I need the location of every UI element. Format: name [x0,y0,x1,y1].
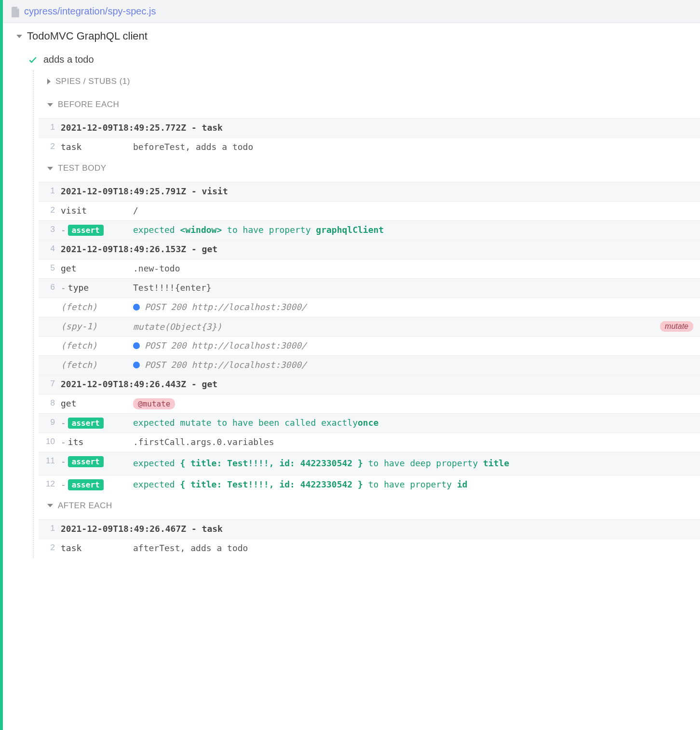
section-label: TEST BODY [58,163,107,173]
command-message: 2021-12-09T18:49:26.443Z - get [61,379,693,389]
command-message: POST 200 http://localhost:3000/ [133,340,693,351]
spec-file-path: cypress/integration/spy-spec.js [24,6,156,17]
command-message: Test!!!!{enter} [133,283,693,293]
command-name: -assert [61,456,133,467]
command-number: 1 [40,524,61,533]
command-name: (fetch) [61,340,133,351]
caret-down-icon [16,35,22,38]
assert-pill: assert [68,479,104,490]
command-message: 2021-12-09T18:49:26.467Z - task [61,524,693,534]
section-spies[interactable]: SPIES / STUBS (1) [39,70,700,93]
check-icon [28,55,38,65]
command-row[interactable]: 11 -assert expected { title: Test!!!!, i… [39,452,700,475]
command-message: .firstCall.args.0.variables [133,437,693,447]
caret-down-icon [47,504,53,507]
command-row[interactable]: 10 -its .firstCall.args.0.variables [39,433,700,452]
section-after-each[interactable]: AFTER EACH [39,494,700,517]
section-label: AFTER EACH [58,501,112,511]
command-number: 9 [40,418,61,427]
command-message: expected { title: Test!!!!, id: 44223305… [133,479,693,489]
command-row[interactable]: 12 -assert expected { title: Test!!!!, i… [39,475,700,494]
caret-right-icon [47,79,51,84]
alias-pill: @mutate [133,398,175,409]
command-row[interactable]: 9 -assert expected mutate to have been c… [39,413,700,433]
section-test-body[interactable]: TEST BODY [39,157,700,180]
command-row[interactable]: 8 get @mutate [39,394,700,413]
command-row[interactable]: 1 2021-12-09T18:49:25.772Z - task [39,118,700,137]
command-number: 7 [40,379,61,389]
command-name: get [61,398,133,408]
command-number: 2 [40,205,61,215]
spec-file-header[interactable]: cypress/integration/spy-spec.js [3,0,700,23]
command-row[interactable]: 4 2021-12-09T18:49:26.153Z - get [39,240,700,259]
command-row[interactable]: 1 2021-12-09T18:49:26.467Z - task [39,519,700,539]
command-row[interactable]: · (fetch) POST 200 http://localhost:3000… [39,297,700,317]
assert-pill: assert [68,456,104,467]
status-dot-icon [133,304,140,311]
command-row[interactable]: · (spy-1) mutate(Object{3}) mutate [39,317,700,336]
command-message: 2021-12-09T18:49:26.153Z - get [61,244,693,254]
command-number: 3 [40,225,61,234]
command-number: 2 [40,543,61,553]
file-icon [12,7,20,16]
section-label: BEFORE EACH [58,100,119,109]
command-name: -assert [61,225,133,236]
command-message: .new-todo [133,263,693,273]
mutate-tag: mutate [660,321,693,332]
command-number: 1 [40,186,61,196]
status-dot-icon [133,362,140,368]
caret-down-icon [47,167,53,170]
section-before-each[interactable]: BEFORE EACH [39,93,700,116]
assert-pill: assert [68,225,104,236]
command-row[interactable]: 2 task beforeTest, adds a todo [39,137,700,157]
command-message: beforeTest, adds a todo [133,142,693,152]
command-row[interactable]: 2 task afterTest, adds a todo [39,539,700,558]
command-message: 2021-12-09T18:49:25.791Z - visit [61,186,693,196]
command-message: expected { title: Test!!!!, id: 44223305… [133,456,693,471]
command-row[interactable]: · (fetch) POST 200 http://localhost:3000… [39,336,700,355]
command-message: mutate(Object{3}) mutate [133,321,693,332]
suite-row[interactable]: TodoMVC GraphQL client [3,23,700,49]
command-number: 4 [40,244,61,254]
command-row[interactable]: 7 2021-12-09T18:49:26.443Z - get [39,375,700,394]
command-name: -assert [61,479,133,490]
test-title: adds a todo [43,54,94,65]
command-row[interactable]: 1 2021-12-09T18:49:25.791Z - visit [39,182,700,201]
command-name: get [61,263,133,273]
command-message: POST 200 http://localhost:3000/ [133,302,693,312]
command-row[interactable]: 6 -type Test!!!!{enter} [39,278,700,297]
command-message: afterTest, adds a todo [133,543,693,553]
section-label: SPIES / STUBS (1) [55,77,130,86]
command-name: (fetch) [61,360,133,370]
assert-pill: assert [68,418,104,429]
command-name: task [61,543,133,553]
command-message: expected mutate to have been called exac… [133,418,693,428]
command-number: 12 [40,479,61,489]
command-number: 1 [40,122,61,132]
command-message: POST 200 http://localhost:3000/ [133,360,693,370]
command-name: -its [61,437,133,447]
test-row[interactable]: adds a todo [3,49,700,70]
command-number: 8 [40,398,61,408]
status-dot-icon [133,342,140,349]
command-message: / [133,205,693,216]
command-row[interactable]: 2 visit / [39,201,700,220]
command-number: 11 [40,456,61,466]
command-row[interactable]: 5 get .new-todo [39,259,700,278]
command-number: 6 [40,283,61,292]
command-row[interactable]: 3 -assert expected <window> to have prop… [39,220,700,240]
caret-down-icon [47,103,53,107]
command-message: expected <window> to have property graph… [133,225,693,235]
suite-title: TodoMVC GraphQL client [27,30,148,42]
command-number: 2 [40,142,61,151]
command-row[interactable]: · (fetch) POST 200 http://localhost:3000… [39,355,700,375]
command-number: 5 [40,263,61,273]
command-name: (spy-1) [61,321,133,331]
command-number: 10 [40,437,61,446]
command-name: visit [61,205,133,216]
command-message: 2021-12-09T18:49:25.772Z - task [61,122,693,133]
command-name: -type [61,283,133,293]
command-name: -assert [61,418,133,429]
command-name: task [61,142,133,152]
command-message: @mutate [133,398,693,409]
